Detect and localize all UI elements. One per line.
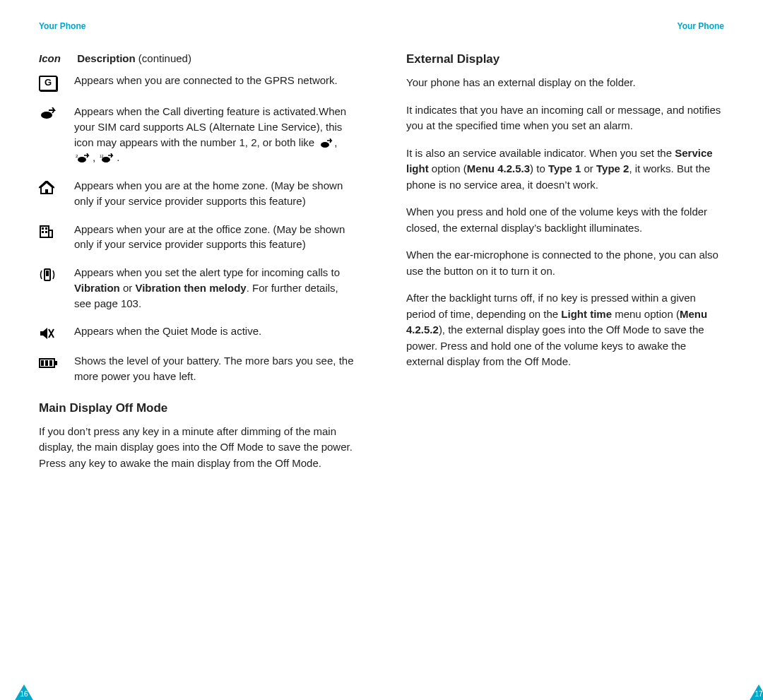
svg-point-1 bbox=[321, 142, 329, 148]
right-p6: After the backlight turns off, if no key… bbox=[406, 290, 724, 370]
right-p3-b4: Type 2 bbox=[596, 162, 629, 174]
vibration-icon bbox=[39, 265, 74, 282]
icon-row-divert: Appears when the Call diverting feature … bbox=[39, 104, 357, 165]
svg-rect-10 bbox=[42, 231, 44, 233]
page-spread: Your Phone Icon Description (continued) … bbox=[0, 0, 763, 700]
svg-rect-21 bbox=[49, 360, 52, 366]
right-section-heading: External Display bbox=[406, 52, 724, 66]
running-head-right: Your Phone bbox=[406, 21, 724, 31]
vibration-mid: or bbox=[120, 282, 136, 294]
right-p3-b2: Menu 4.2.5.3 bbox=[467, 162, 530, 174]
right-p6-post: ), the external display goes into the Of… bbox=[406, 324, 704, 367]
right-p6-mid1: menu option ( bbox=[612, 308, 680, 320]
svg-rect-19 bbox=[41, 360, 44, 366]
svg-rect-11 bbox=[45, 231, 47, 233]
right-p1: Your phone has an external display on th… bbox=[406, 75, 724, 91]
office-zone-icon bbox=[39, 222, 74, 239]
quiet-desc: Appears when the Quiet Mode is active. bbox=[74, 324, 357, 339]
svg-rect-18 bbox=[55, 361, 57, 365]
vibration-desc: Appears when you set the alert type for … bbox=[74, 265, 357, 311]
right-p5: When the ear-microphone is connected to … bbox=[406, 247, 724, 279]
gprs-desc: Appears when you are connected to the GP… bbox=[74, 73, 357, 88]
icon-row-home: Appears when you are at the home zone. (… bbox=[39, 178, 357, 209]
vibration-b2: Vibration then melody bbox=[135, 282, 246, 294]
col-header-desc-bold: Description bbox=[77, 52, 136, 64]
left-section-body: If you don’t press any key in a minute a… bbox=[39, 424, 357, 472]
home-zone-icon bbox=[39, 178, 74, 195]
divert-variant-1-icon bbox=[319, 138, 333, 148]
col-header-icon: Icon bbox=[39, 52, 74, 64]
svg-point-2 bbox=[78, 157, 86, 162]
icon-table-header: Icon Description (continued) bbox=[39, 52, 357, 64]
svg-text:12: 12 bbox=[100, 154, 104, 158]
right-p3-mid1: option ( bbox=[429, 162, 467, 174]
col-header-desc-paren: (continued) bbox=[136, 52, 191, 64]
gprs-icon: G bbox=[39, 73, 74, 91]
icon-row-vibration: Appears when you set the alert type for … bbox=[39, 265, 357, 311]
page-right: Your Phone External Display Your phone h… bbox=[382, 0, 763, 700]
page-number-triangle-left: 16 bbox=[14, 684, 34, 700]
home-zone-desc: Appears when you are at the home zone. (… bbox=[74, 178, 357, 209]
svg-text:2: 2 bbox=[76, 154, 78, 158]
call-divert-icon bbox=[39, 104, 74, 121]
svg-rect-7 bbox=[40, 226, 49, 237]
svg-rect-9 bbox=[45, 227, 47, 230]
office-zone-desc: Appears when your are at the office zone… bbox=[74, 222, 357, 253]
svg-point-0 bbox=[41, 112, 52, 119]
icon-row-gprs: G Appears when you are connected to the … bbox=[39, 73, 357, 91]
divert-desc-post: . bbox=[117, 151, 119, 163]
page-left: Your Phone Icon Description (continued) … bbox=[0, 0, 382, 700]
page-number-triangle-right: 17 bbox=[749, 684, 763, 700]
divert-variant-2-icon: 2 bbox=[76, 153, 91, 163]
right-p6-b1: Light time bbox=[561, 308, 612, 320]
icon-row-battery: Shows the level of your battery. The mor… bbox=[39, 353, 357, 384]
left-section-heading: Main Display Off Mode bbox=[39, 401, 357, 415]
svg-rect-12 bbox=[49, 230, 52, 237]
svg-rect-6 bbox=[45, 189, 48, 194]
right-p3-pre: It is also an service available indicato… bbox=[406, 147, 675, 159]
icon-row-quiet: Appears when the Quiet Mode is active. bbox=[39, 324, 357, 340]
quiet-mode-icon bbox=[39, 324, 74, 340]
right-p4: When you press and hold one of the volum… bbox=[406, 204, 724, 236]
right-p3-b3: Type 1 bbox=[548, 162, 581, 174]
right-p3-mid2: ) to bbox=[530, 162, 548, 174]
vibration-pre: Appears when you set the alert type for … bbox=[74, 266, 340, 278]
battery-icon bbox=[39, 353, 74, 370]
icon-row-office: Appears when your are at the office zone… bbox=[39, 222, 357, 253]
page-number-left: 16 bbox=[14, 690, 34, 698]
right-p3-mid3: or bbox=[581, 162, 596, 174]
battery-desc: Shows the level of your battery. The mor… bbox=[74, 353, 357, 384]
divert-desc: Appears when the Call diverting feature … bbox=[74, 104, 357, 165]
right-p3: It is also an service available indicato… bbox=[406, 146, 724, 194]
svg-rect-8 bbox=[42, 227, 44, 230]
running-head-left: Your Phone bbox=[39, 21, 357, 31]
right-p2: It indicates that you have an incoming c… bbox=[406, 102, 724, 134]
page-number-right: 17 bbox=[749, 690, 763, 698]
divert-variant-12-icon: 12 bbox=[100, 153, 115, 163]
vibration-b1: Vibration bbox=[74, 282, 120, 294]
svg-rect-14 bbox=[46, 271, 49, 276]
divert-desc-pre: Appears when the Call diverting feature … bbox=[74, 105, 346, 148]
svg-rect-20 bbox=[45, 360, 48, 366]
